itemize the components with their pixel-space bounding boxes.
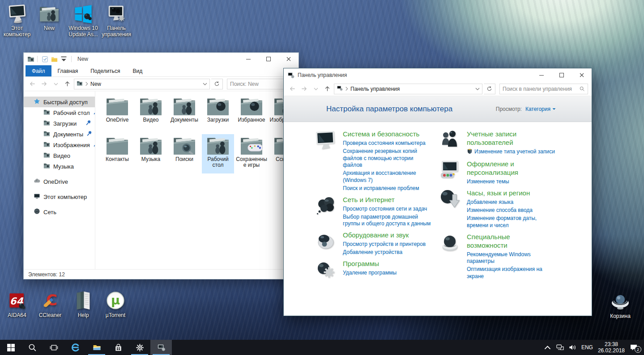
- forward-button[interactable]: [39, 79, 49, 89]
- control-panel-titlebar[interactable]: Панель управления: [284, 68, 592, 82]
- qat-new-folder-button[interactable]: [51, 56, 58, 63]
- forward-button[interactable]: [299, 84, 309, 94]
- cp-task-link[interactable]: Изменение темы: [467, 178, 550, 186]
- recent-locations-icon[interactable]: [51, 79, 61, 89]
- up-button[interactable]: [62, 79, 73, 89]
- ribbon-tab[interactable]: Поделиться: [84, 65, 126, 76]
- cp-task-link[interactable]: Сохранение резервных копий файлов с помо…: [343, 148, 431, 169]
- ribbon-tab[interactable]: Файл: [26, 65, 51, 76]
- sidebar-item[interactable]: Этот компьютер: [24, 191, 95, 202]
- sidebar-item[interactable]: Загрузки: [24, 118, 95, 129]
- refresh-button[interactable]: [211, 79, 223, 89]
- cp-task-link[interactable]: Архивация и восстановление (Windows 7): [343, 170, 431, 184]
- cp-task-link[interactable]: Изменение типа учетной записи: [467, 148, 555, 156]
- cp-task-link[interactable]: Рекомендуемые Windows параметры: [467, 251, 559, 265]
- cp-task-link[interactable]: Добавление языка: [467, 199, 559, 206]
- close-button[interactable]: [278, 53, 299, 65]
- programs-gear-icon[interactable]: [315, 259, 337, 280]
- ribbon-tab[interactable]: Главная: [51, 65, 85, 76]
- folder-tile[interactable]: Видео: [135, 95, 167, 134]
- folder-tile[interactable]: Музыка: [135, 134, 167, 173]
- cp-task-link[interactable]: Удаление программы: [343, 270, 397, 277]
- qat-customize-dropdown-icon[interactable]: [60, 56, 67, 63]
- taskbar-button-edge[interactable]: [64, 340, 86, 355]
- close-button[interactable]: [571, 68, 592, 82]
- back-button[interactable]: [27, 79, 38, 89]
- explorer-titlebar[interactable]: New: [24, 53, 299, 65]
- taskbar-button-store[interactable]: [107, 340, 129, 355]
- sidebar-item[interactable]: Сеть: [24, 207, 95, 217]
- search-input[interactable]: [230, 81, 292, 87]
- sidebar-item[interactable]: Документы: [24, 129, 95, 139]
- user-accounts-icon[interactable]: [439, 129, 461, 151]
- maximize-button[interactable]: [258, 53, 278, 65]
- cp-category-title[interactable]: Учетные записи пользователей: [467, 130, 550, 147]
- view-by-dropdown[interactable]: Категория: [525, 106, 556, 112]
- tray-chevron-up-icon[interactable]: [544, 344, 551, 351]
- cp-task-link[interactable]: Проверка состояния компьютера: [343, 140, 431, 147]
- qat-properties-button[interactable]: [42, 56, 48, 63]
- desktop-icon-control-panel[interactable]: Панель управления: [99, 3, 133, 38]
- desktop-icon-utorrent[interactable]: µ µTorrent: [98, 290, 132, 318]
- ease-of-access-icon[interactable]: [439, 232, 461, 254]
- address-breadcrumb[interactable]: Панель управления: [334, 84, 482, 94]
- taskbar-button-control-panel[interactable]: [150, 340, 172, 355]
- clock-language-icon[interactable]: [439, 188, 461, 210]
- recent-locations-icon[interactable]: [311, 84, 321, 94]
- cp-task-link[interactable]: Изменение форматов даты, времени и чисел: [467, 215, 559, 229]
- cp-category-title[interactable]: Оборудование и звук: [343, 231, 426, 239]
- folder-tile[interactable]: Избранное: [235, 95, 268, 134]
- address-breadcrumb[interactable]: New: [74, 79, 210, 89]
- desktop-icon-help-book[interactable]: Help: [66, 290, 100, 318]
- cp-category-title[interactable]: Сеть и Интернет: [343, 195, 431, 204]
- cp-task-link[interactable]: Просмотр устройств и принтеров: [343, 241, 426, 248]
- folder-tile[interactable]: Документы: [168, 95, 200, 134]
- folder-tile[interactable]: OneDrive: [101, 95, 133, 134]
- cp-task-link[interactable]: Изменение способа ввода: [467, 207, 559, 214]
- sidebar-item[interactable]: Музыка: [24, 161, 95, 172]
- search-input[interactable]: [503, 86, 579, 92]
- maximize-button[interactable]: [551, 68, 571, 82]
- sidebar-item[interactable]: Видео: [24, 150, 95, 161]
- sidebar-item[interactable]: Изображения: [24, 139, 95, 150]
- minimize-button[interactable]: [238, 53, 258, 65]
- cp-category-title[interactable]: Оформление и персонализация: [467, 160, 550, 177]
- cp-category-title[interactable]: Программы: [343, 259, 397, 268]
- desktop-icon-recycle-bin[interactable]: Корзина: [603, 291, 637, 319]
- refresh-button[interactable]: [484, 84, 495, 94]
- cp-task-link[interactable]: Выбор параметров домашней группы и общег…: [343, 214, 431, 228]
- network-cloud-icon[interactable]: [315, 195, 337, 216]
- cp-category-title[interactable]: Система и безопасность: [343, 130, 431, 138]
- cp-task-link[interactable]: Поиск и исправление проблем: [343, 185, 431, 192]
- address-dropdown-icon[interactable]: [475, 87, 480, 91]
- taskbar-button-settings[interactable]: [129, 340, 150, 355]
- up-button[interactable]: [322, 84, 333, 94]
- cp-task-link[interactable]: Добавление устройства: [343, 249, 426, 256]
- minimize-button[interactable]: [531, 68, 551, 82]
- address-dropdown-icon[interactable]: [203, 82, 207, 86]
- action-center-icon[interactable]: 2: [630, 344, 640, 351]
- system-monitor-icon[interactable]: [315, 129, 337, 151]
- desktop-icon-folder-statue[interactable]: New: [32, 3, 66, 31]
- desktop-icon-computer[interactable]: Этот компьютер: [0, 3, 34, 38]
- cp-task-link[interactable]: Просмотр состояния сети и задач: [343, 206, 431, 213]
- sidebar-item[interactable]: Рабочий стол: [24, 107, 95, 118]
- taskbar-button-file-explorer[interactable]: [86, 340, 107, 355]
- desktop-icon-windows[interactable]: Windows 10 Update As...: [66, 3, 100, 38]
- taskbar-button-search[interactable]: [21, 340, 43, 355]
- folder-tile[interactable]: Загрузки: [202, 95, 234, 134]
- hardware-mouse-icon[interactable]: [315, 230, 337, 252]
- folder-tile[interactable]: Сохраненные игры: [235, 134, 268, 173]
- taskbar-button-start[interactable]: [0, 340, 21, 355]
- desktop-icon-ccleaner[interactable]: C CCleaner: [33, 290, 67, 318]
- sidebar-item[interactable]: OneDrive: [24, 176, 95, 187]
- cp-category-title[interactable]: Специальные возможности: [467, 232, 550, 249]
- language-indicator[interactable]: ENG: [581, 344, 593, 351]
- tray-network-icon[interactable]: [556, 344, 564, 351]
- cp-category-title[interactable]: Часы, язык и регион: [467, 189, 550, 197]
- sidebar-item[interactable]: Быстрый доступ: [24, 97, 95, 107]
- personalization-icon[interactable]: [439, 159, 461, 181]
- desktop-icon-aida64[interactable]: 64 AIDA64: [0, 290, 34, 318]
- ribbon-tab[interactable]: Вид: [126, 65, 149, 76]
- cp-task-link[interactable]: Оптимизация изображения на экране: [467, 266, 559, 280]
